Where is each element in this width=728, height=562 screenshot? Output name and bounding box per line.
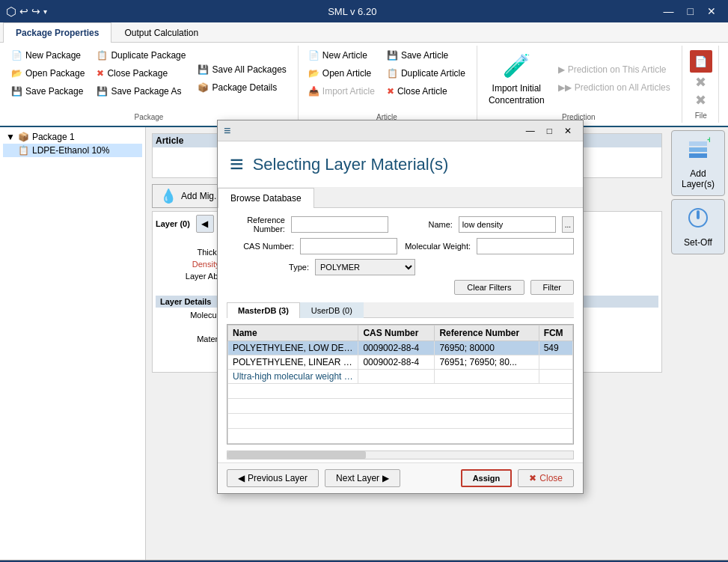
table-row[interactable]: POLYETHYLENE, LOW DENSITY (PE) 0009002-8…: [228, 341, 573, 355]
filter-type-select[interactable]: POLYMER ADDITIVE SOLVENT: [315, 259, 415, 275]
modal-header-icon: ≡: [230, 150, 244, 178]
table-row-empty: [228, 429, 573, 444]
next-layer-button[interactable]: Next Layer ▶: [325, 469, 400, 487]
close-label: Close: [539, 473, 563, 483]
row-name: POLYETHYLENE, LINEAR LOW DENSITY: [228, 355, 358, 370]
filter-type-row: Type: POLYMER ADDITIVE SOLVENT: [227, 259, 574, 275]
filter-ref-input[interactable]: [291, 216, 388, 233]
previous-layer-button[interactable]: ◀ Previous Layer: [227, 469, 319, 487]
table-row-empty: [228, 399, 573, 414]
modal-controls: — □ ✕: [521, 124, 577, 138]
filter-cas-input[interactable]: [300, 238, 397, 254]
modal-minimize-button[interactable]: —: [521, 124, 540, 138]
filter-type-label: Type:: [227, 263, 309, 272]
row-cas: [358, 370, 435, 384]
horizontal-scrollbar[interactable]: [227, 450, 574, 459]
row-fcm: 549: [539, 341, 572, 355]
modal-header: ≡ Selecting Layer Material(s): [218, 141, 583, 188]
userdb-tab[interactable]: UserDB (0): [300, 302, 364, 318]
table-row-empty: [228, 414, 573, 429]
col-ref: Reference Number: [435, 326, 539, 341]
modal-footer: ◀ Previous Layer Next Layer ▶ Assign ✖ C…: [218, 462, 583, 493]
filter-name-input[interactable]: [459, 216, 556, 233]
clear-filters-button[interactable]: Clear Filters: [454, 280, 524, 295]
assign-button[interactable]: Assign: [461, 469, 513, 487]
row-cas: 0009002-88-4: [358, 355, 435, 370]
next-layer-label: Next Layer: [336, 473, 379, 483]
modal-maximize-button[interactable]: □: [542, 124, 557, 138]
modal-title-icon: ≡: [224, 124, 230, 138]
table-header-row: Name CAS Number Reference Number FCM: [228, 326, 573, 341]
filter-name-browse-button[interactable]: ...: [562, 216, 574, 233]
modal-footer-left: ◀ Previous Layer Next Layer ▶: [227, 469, 400, 487]
filter-cas-row: CAS Number: Molecular Weight:: [227, 238, 574, 254]
modal-titlebar: ≡ — □ ✕: [218, 120, 583, 141]
modal-header-title: Selecting Layer Material(s): [253, 155, 449, 174]
results-table-container[interactable]: Name CAS Number Reference Number FCM POL…: [227, 324, 574, 445]
filter-molweight-input[interactable]: [477, 238, 574, 254]
selecting-layer-modal: ≡ — □ ✕ ≡ Selecting Layer Material(s) Br…: [217, 120, 584, 494]
col-fcm: FCM: [539, 326, 572, 341]
col-name: Name: [228, 326, 358, 341]
row-ref: 76951; 76950; 80...: [435, 355, 539, 370]
row-fcm: [539, 370, 572, 384]
modal-close-button[interactable]: ✖ Close: [518, 469, 574, 487]
results-table: Name CAS Number Reference Number FCM POL…: [227, 325, 573, 444]
row-name: Ultra-high molecular weight siloxane pol…: [228, 370, 358, 384]
table-row[interactable]: Ultra-high molecular weight siloxane pol…: [228, 370, 573, 384]
row-fcm: [539, 355, 572, 370]
next-arrow-icon: ▶: [382, 473, 389, 483]
modal-close-x-button[interactable]: ✕: [559, 124, 577, 138]
browse-database-tab[interactable]: Browse Database: [218, 188, 314, 208]
table-row[interactable]: POLYETHYLENE, LINEAR LOW DENSITY 0009002…: [228, 355, 573, 370]
prev-arrow-icon: ◀: [238, 473, 245, 483]
close-x-icon: ✖: [529, 473, 536, 483]
sub-tab-bar: MasterDB (3) UserDB (0): [227, 302, 574, 318]
filter-name-label: Name:: [394, 220, 453, 229]
col-cas: CAS Number: [358, 326, 435, 341]
filter-ref-row: Reference Number: Name: ...: [227, 216, 574, 233]
filter-molweight-label: Molecular Weight:: [403, 242, 471, 251]
modal-overlay: ≡ — □ ✕ ≡ Selecting Layer Material(s) Br…: [0, 0, 728, 562]
filter-cas-label: CAS Number:: [227, 242, 294, 251]
modal-footer-right: Assign ✖ Close: [461, 469, 574, 487]
filter-form: Reference Number: Name: ... CAS Number: …: [218, 208, 583, 302]
filter-ref-label: Reference Number:: [227, 216, 285, 233]
filter-buttons: Clear Filters Filter: [227, 280, 574, 295]
row-cas: 0009002-88-4: [358, 341, 435, 355]
prev-layer-label: Previous Layer: [248, 473, 308, 483]
modal-tab-bar: Browse Database: [218, 188, 583, 208]
row-ref: [435, 370, 539, 384]
row-ref: 76950; 80000: [435, 341, 539, 355]
table-row-empty: [228, 384, 573, 399]
filter-button[interactable]: Filter: [530, 280, 574, 295]
modal-titlebar-left: ≡: [224, 124, 230, 138]
scrollbar-thumb: [227, 451, 366, 459]
masterdb-tab[interactable]: MasterDB (3): [227, 302, 300, 318]
row-name: POLYETHYLENE, LOW DENSITY (PE): [228, 341, 358, 355]
